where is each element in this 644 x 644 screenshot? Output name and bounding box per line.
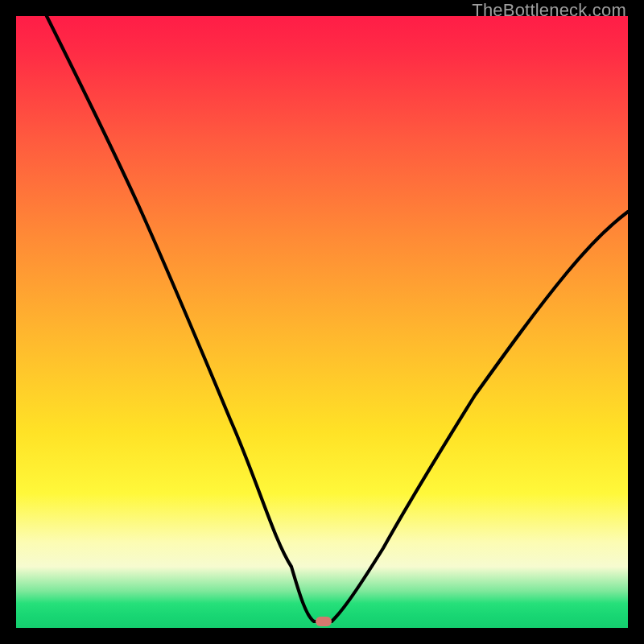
- bottleneck-curve: [16, 16, 628, 628]
- optimum-marker: [316, 617, 332, 626]
- plot-area: [16, 16, 628, 628]
- chart-stage: TheBottleneck.com: [0, 0, 644, 644]
